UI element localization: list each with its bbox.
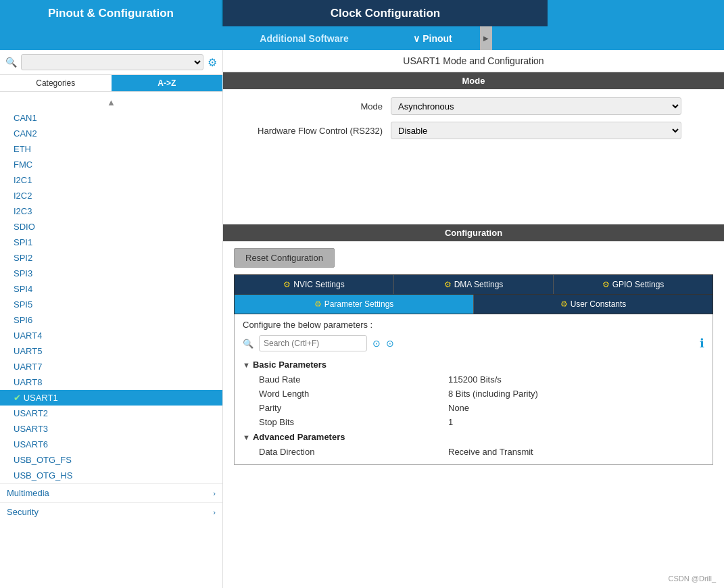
tab-parameter-settings[interactable]: ⚙ Parameter Settings [235,295,474,314]
mode-header: Mode [223,72,724,89]
watermark: CSDN @Drill_ [669,574,716,583]
sidebar-item-uart7[interactable]: UART7 [0,359,222,374]
dma-icon: ⚙ [444,280,452,289]
param-prev-icon[interactable]: ⊙ [372,338,381,349]
gpio-label: GPIO Settings [612,280,665,289]
sidebar-item-spi1[interactable]: SPI1 [0,235,222,250]
param-search-row: 🔍 ⊙ ⊙ ℹ [243,335,704,351]
main-layout: 🔍 ⚙ Categories A->Z ▲ CAN1 CAN2 ETH FMC … [0,50,724,588]
second-header-left [0,26,223,50]
sidebar-search-select[interactable] [21,54,203,70]
user-const-icon: ⚙ [560,299,568,309]
chevron-right-icon-2: › [213,508,216,516]
sidebar-item-spi5[interactable]: SPI5 [0,297,222,312]
mode-body: Mode Asynchronous Hardware Flow Control … [223,89,724,224]
info-icon[interactable]: ℹ [700,336,704,351]
parity-value: None [448,403,469,413]
clock-config-tab[interactable]: Clock Configuration [223,0,548,26]
sidebar-item-i2c1[interactable]: I2C1 [0,172,222,188]
mode-select[interactable]: Asynchronous [391,97,681,115]
header-right [548,0,724,26]
pinout-label: ∨ Pinout [413,33,452,44]
sidebar-item-usb-otg-hs[interactable]: USB_OTG_HS [0,468,222,483]
content-title: USART1 Mode and Configuration [223,50,724,72]
advanced-params-header[interactable]: ▼ Advanced Parameters [243,429,704,445]
hardware-flow-label: Hardware Flow Control (RS232) [234,126,383,136]
sidebar-item-spi4[interactable]: SPI4 [0,281,222,297]
sidebar-item-i2c2[interactable]: I2C2 [0,188,222,203]
additional-software-btn[interactable]: Additional Software [223,26,385,50]
baud-rate-value: 115200 Bits/s [448,374,502,385]
basic-params-label: Basic Parameters [253,360,327,370]
param-body: Configure the below parameters : 🔍 ⊙ ⊙ ℹ… [234,314,713,465]
tab-user-constants[interactable]: ⚙ User Constants [474,295,713,314]
sidebar-item-eth[interactable]: ETH [0,141,222,157]
param-row-word-length: Word Length 8 Bits (including Parity) [243,387,704,401]
baud-rate-label: Baud Rate [259,374,448,385]
check-icon: ✔ [14,393,24,403]
hardware-flow-select[interactable]: Disable [391,122,681,139]
tab-categories[interactable]: Categories [0,75,112,91]
sidebar-item-can1[interactable]: CAN1 [0,110,222,126]
sidebar-item-uart4[interactable]: UART4 [0,328,222,343]
scroll-up-btn[interactable]: ▲ [0,95,222,110]
param-row-baud-rate: Baud Rate 115200 Bits/s [243,372,704,387]
sidebar-scroll[interactable]: ▲ CAN1 CAN2 ETH FMC I2C1 I2C2 I2C3 SDIO … [0,92,222,588]
reset-config-button[interactable]: Reset Configuration [234,248,335,268]
dma-label: DMA Settings [454,280,504,289]
param-next-icon[interactable]: ⊙ [386,338,394,349]
sidebar-item-uart5[interactable]: UART5 [0,343,222,359]
data-direction-value: Receive and Transmit [448,447,533,457]
sidebar-item-spi6[interactable]: SPI6 [0,312,222,328]
param-row-data-direction: Data Direction Receive and Transmit [243,445,704,459]
sidebar-item-spi2[interactable]: SPI2 [0,250,222,266]
sidebar-item-sdio[interactable]: SDIO [0,219,222,235]
config-header: Configuration [223,224,724,241]
param-search-input[interactable] [259,335,367,351]
sidebar-item-i2c3[interactable]: I2C3 [0,203,222,219]
sidebar-item-can2[interactable]: CAN2 [0,126,222,141]
sidebar-section-security-label: Security [7,507,39,517]
gpio-icon: ⚙ [602,280,610,289]
sidebar-item-fmc[interactable]: FMC [0,157,222,172]
mode-row: Mode Asynchronous [234,97,713,115]
sidebar-section-security[interactable]: Security › [0,502,222,521]
collapse-btn[interactable]: ▶ [480,26,492,50]
gear-icon[interactable]: ⚙ [208,56,217,69]
config-body: Reset Configuration ⚙ NVIC Settings ⚙ DM… [223,241,724,472]
stop-bits-value: 1 [448,417,453,427]
sidebar-item-usart2[interactable]: USART2 [0,406,222,421]
sidebar-item-usart3[interactable]: USART3 [0,421,222,437]
pinout-config-label: Pinout & Configuration [48,7,174,20]
sidebar-item-uart8[interactable]: UART8 [0,374,222,390]
pinout-config-tab[interactable]: Pinout & Configuration [0,0,223,26]
parity-label: Parity [259,403,448,413]
chevron-right-icon: › [213,489,216,497]
sidebar-item-spi3[interactable]: SPI3 [0,266,222,281]
sidebar-item-usart1[interactable]: ✔ USART1 [0,390,222,406]
pinout-btn[interactable]: ∨ Pinout [385,26,480,50]
tab-nvic-settings[interactable]: ⚙ NVIC Settings [235,275,394,294]
sidebar-item-usart6[interactable]: USART6 [0,437,222,452]
config-tabs-row1: ⚙ NVIC Settings ⚙ DMA Settings ⚙ GPIO Se… [234,274,713,295]
hardware-flow-row: Hardware Flow Control (RS232) Disable [234,122,713,139]
tab-dma-settings[interactable]: ⚙ DMA Settings [394,275,554,294]
param-row-stop-bits: Stop Bits 1 [243,415,704,429]
clock-config-label: Clock Configuration [331,7,440,20]
param-label: Parameter Settings [324,299,394,309]
configure-text: Configure the below parameters : [243,320,704,330]
sidebar: 🔍 ⚙ Categories A->Z ▲ CAN1 CAN2 ETH FMC … [0,50,223,588]
nvic-icon: ⚙ [283,280,291,289]
nvic-label: NVIC Settings [293,280,344,289]
sidebar-section-multimedia[interactable]: Multimedia › [0,483,222,502]
param-icon: ⚙ [314,299,322,309]
basic-params-header[interactable]: ▼ Basic Parameters [243,357,704,372]
sidebar-item-usb-otg-fs[interactable]: USB_OTG_FS [0,452,222,468]
sidebar-search-bar: 🔍 ⚙ [0,50,222,75]
advanced-params-chevron: ▼ [243,433,250,441]
tab-gpio-settings[interactable]: ⚙ GPIO Settings [554,275,713,294]
search-icon: 🔍 [5,57,17,68]
stop-bits-label: Stop Bits [259,417,448,427]
tab-az[interactable]: A->Z [112,75,223,91]
data-direction-label: Data Direction [259,447,448,457]
